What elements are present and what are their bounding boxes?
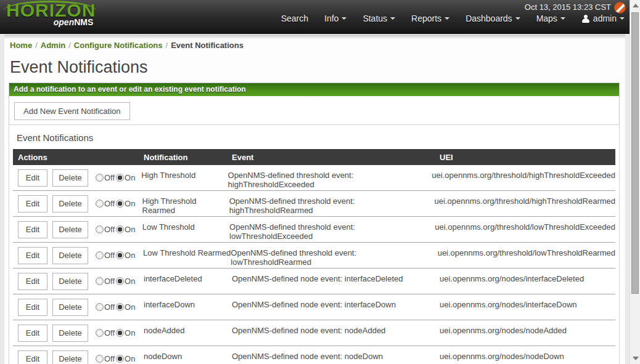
row-actions: Edit Delete Off On xyxy=(13,269,144,294)
add-new-event-notification-button[interactable]: Add New Event Notification xyxy=(14,102,130,120)
scroll-up-arrow-icon[interactable] xyxy=(633,4,639,7)
breadcrumb-configure-notifications[interactable]: Configure Notifications xyxy=(74,41,163,50)
edit-button[interactable]: Edit xyxy=(18,299,47,316)
add-notification-panel: Add a notification to an event or edit a… xyxy=(9,83,620,128)
event-description: OpenNMS-defined node event: nodeDown xyxy=(232,346,440,364)
nav-user-label: admin xyxy=(593,14,617,23)
nav-dashboards[interactable]: Dashboards xyxy=(466,14,520,23)
logo-nms-text: NMS xyxy=(74,17,93,27)
scrollbar-thumb[interactable] xyxy=(631,12,639,294)
on-radio-label: On xyxy=(125,328,135,338)
uei-value: uei.opennms.org/threshold/highThresholdR… xyxy=(435,191,615,216)
notification-name: Low Threshold xyxy=(142,217,229,242)
table-row: Edit Delete Off On Low Threshold Rearmed… xyxy=(13,243,615,269)
off-radio[interactable] xyxy=(96,174,104,182)
off-radio[interactable] xyxy=(96,303,104,311)
delete-button[interactable]: Delete xyxy=(52,195,88,212)
on-radio-label: On xyxy=(125,354,135,363)
off-radio[interactable] xyxy=(96,225,104,233)
notices-off-icon[interactable] xyxy=(614,2,626,14)
column-header-uei: UEI xyxy=(440,153,615,162)
breadcrumb-separator: / xyxy=(32,41,41,50)
edit-button[interactable]: Edit xyxy=(18,273,47,290)
notification-name: nodeAdded xyxy=(144,320,232,346)
delete-button[interactable]: Delete xyxy=(52,247,88,264)
table-row: Edit Delete Off On Low Threshold OpenNMS… xyxy=(13,217,615,243)
nav-status[interactable]: Status xyxy=(363,14,395,23)
nav-search[interactable]: Search xyxy=(281,14,308,23)
row-actions: Edit Delete Off On xyxy=(13,243,143,268)
nav-dashboards-label: Dashboards xyxy=(466,14,512,23)
on-radio[interactable] xyxy=(116,174,124,182)
delete-button[interactable]: Delete xyxy=(52,169,88,187)
delete-button[interactable]: Delete xyxy=(52,350,88,364)
notification-name: Low Threshold Rearmed xyxy=(143,243,231,268)
breadcrumb-separator: / xyxy=(65,41,74,50)
column-header-actions: Actions xyxy=(13,153,144,162)
on-radio[interactable] xyxy=(116,251,124,259)
chevron-down-icon xyxy=(620,17,625,20)
breadcrumb-home[interactable]: Home xyxy=(10,41,32,50)
on-radio[interactable] xyxy=(116,329,124,337)
uei-value: uei.opennms.org/nodes/interfaceDeleted xyxy=(440,269,615,294)
off-radio[interactable] xyxy=(96,329,104,337)
uei-value: uei.opennms.org/threshold/highThresholdE… xyxy=(432,165,615,190)
row-actions: Edit Delete Off On xyxy=(13,165,141,190)
edit-button[interactable]: Edit xyxy=(18,221,47,238)
delete-button[interactable]: Delete xyxy=(52,325,88,342)
off-radio[interactable] xyxy=(96,251,104,259)
on-radio-label: On xyxy=(125,173,135,182)
on-radio-label: On xyxy=(125,251,135,260)
breadcrumb-current-page: Event Notifications xyxy=(171,41,244,50)
breadcrumb-admin[interactable]: Admin xyxy=(41,41,65,50)
notification-name: High Threshold xyxy=(141,165,228,190)
event-description: OpenNMS-defined threshold event: lowThre… xyxy=(229,217,435,242)
edit-button[interactable]: Edit xyxy=(18,247,47,264)
on-radio[interactable] xyxy=(116,277,124,285)
on-radio[interactable] xyxy=(116,225,124,233)
table-row: Edit Delete Off On High Threshold Rearme… xyxy=(13,191,615,217)
on-radio[interactable] xyxy=(116,303,124,311)
on-radio[interactable] xyxy=(116,355,124,363)
edit-button[interactable]: Edit xyxy=(18,325,47,342)
main-navigation: Search Info Status Reports Dashboards Ma… xyxy=(281,14,625,23)
off-radio[interactable] xyxy=(96,355,104,363)
event-description: OpenNMS-defined threshold event: highThr… xyxy=(228,165,432,190)
delete-button[interactable]: Delete xyxy=(52,273,88,290)
off-radio[interactable] xyxy=(96,200,104,208)
nav-reports-label: Reports xyxy=(411,14,441,23)
event-description: OpenNMS-defined node event: interfaceDow… xyxy=(232,294,440,320)
row-actions: Edit Delete Off On xyxy=(13,320,144,346)
notifications-table: Actions Notification Event UEI Edit Dele… xyxy=(13,149,615,364)
nav-reports[interactable]: Reports xyxy=(411,14,449,23)
breadcrumb-separator: / xyxy=(163,41,171,50)
logo-open-text: open xyxy=(54,17,74,27)
edit-button[interactable]: Edit xyxy=(18,350,47,364)
on-radio[interactable] xyxy=(116,200,124,208)
nav-maps[interactable]: Maps xyxy=(536,14,565,23)
row-actions: Edit Delete Off On xyxy=(13,217,142,242)
nav-status-label: Status xyxy=(363,14,387,23)
nav-info[interactable]: Info xyxy=(324,14,347,23)
delete-button[interactable]: Delete xyxy=(52,221,88,238)
opennms-horizon-logo[interactable]: HORIZON openNMS xyxy=(6,1,96,27)
delete-button[interactable]: Delete xyxy=(52,299,88,316)
event-description: OpenNMS-defined threshold event: lowThre… xyxy=(231,243,437,268)
on-radio-label: On xyxy=(125,277,135,286)
uei-value: uei.opennms.org/threshold/lowThresholdEx… xyxy=(435,217,615,242)
table-body: Edit Delete Off On High Threshold OpenNM… xyxy=(13,165,615,364)
nav-search-label: Search xyxy=(281,14,308,23)
off-radio[interactable] xyxy=(96,277,104,285)
nav-user-menu[interactable]: admin xyxy=(581,14,625,23)
vertical-scrollbar[interactable] xyxy=(630,0,640,364)
edit-button[interactable]: Edit xyxy=(18,195,47,212)
nav-info-label: Info xyxy=(324,14,338,23)
scroll-down-arrow-icon[interactable] xyxy=(633,357,639,360)
notification-name: interfaceDeleted xyxy=(144,269,232,294)
off-radio-label: Off xyxy=(104,251,115,260)
off-radio-label: Off xyxy=(104,328,115,338)
nav-maps-label: Maps xyxy=(536,14,557,23)
edit-button[interactable]: Edit xyxy=(18,169,47,187)
off-radio-label: Off xyxy=(104,199,115,208)
off-radio-label: Off xyxy=(104,173,115,182)
